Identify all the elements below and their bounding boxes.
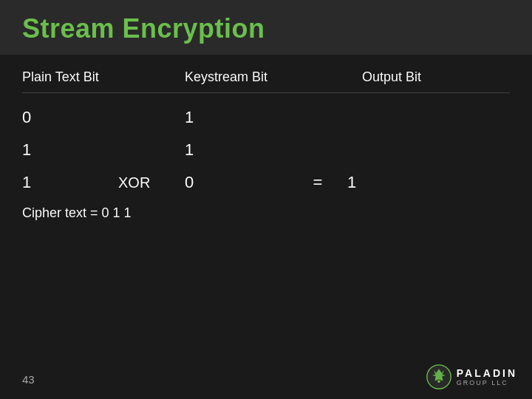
slide-title: Stream Encryption xyxy=(22,13,265,44)
logo-name: PALADIN xyxy=(457,367,517,379)
equals-3: = xyxy=(288,173,347,192)
svg-point-2 xyxy=(437,381,440,383)
header-output: Output Bit xyxy=(362,69,510,85)
output-value-3: 1 xyxy=(347,173,480,192)
logo-text-area: PALADIN GROUP LLC xyxy=(457,367,517,386)
keystream-value-2: 1 xyxy=(185,140,288,160)
header-keystream: Keystream Bit xyxy=(185,69,362,85)
paladin-logo-icon xyxy=(426,364,452,390)
keystream-value-3: 0 xyxy=(185,173,288,192)
plaintext-value-3: 1 xyxy=(22,173,118,192)
table-row: 1 1 xyxy=(22,140,510,160)
plaintext-value-2: 1 xyxy=(22,140,118,160)
slide: Stream Encryption Plain Text Bit Keystre… xyxy=(0,0,532,399)
xor-label-3: XOR xyxy=(118,174,185,191)
column-headers: Plain Text Bit Keystream Bit Output Bit xyxy=(22,69,510,93)
header-plaintext: Plain Text Bit xyxy=(22,69,185,85)
cipher-text-label: Cipher text = 0 1 1 xyxy=(22,205,510,221)
content-area: Plain Text Bit Keystream Bit Output Bit … xyxy=(0,55,532,258)
plaintext-value-1: 0 xyxy=(22,108,118,127)
keystream-value-1: 1 xyxy=(185,108,288,127)
data-rows: 0 1 1 1 1 XOR 0 = 1 xyxy=(22,108,510,192)
title-bar: Stream Encryption xyxy=(0,0,532,55)
logo-area: PALADIN GROUP LLC xyxy=(426,364,517,390)
slide-number: 43 xyxy=(22,373,35,386)
table-row: 1 XOR 0 = 1 xyxy=(22,173,510,192)
table-row: 0 1 xyxy=(22,108,510,127)
logo-sub: GROUP LLC xyxy=(457,379,508,386)
